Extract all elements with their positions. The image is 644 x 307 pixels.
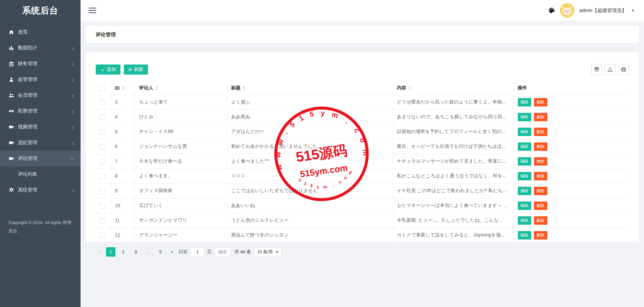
columns-icon [594, 67, 600, 73]
export-button[interactable] [605, 64, 615, 75]
print-button[interactable] [618, 64, 629, 75]
delete-button[interactable]: 删除 [534, 113, 547, 121]
table-row: 6ジョンナハンサムな男初めてお金がかかると思いませんでした。最近、オッピーでも出… [96, 139, 629, 154]
add-button[interactable]: ＋ 添加 [96, 64, 120, 75]
row-checkbox[interactable] [100, 188, 105, 194]
delete-button[interactable]: 删除 [534, 216, 547, 225]
delete-button[interactable]: 删除 [534, 142, 547, 151]
prev-page-icon[interactable]: ‹ [96, 249, 103, 255]
row-checkbox[interactable] [100, 144, 105, 149]
delete-button[interactable]: 删除 [534, 98, 547, 106]
sort-icon[interactable] [155, 86, 158, 90]
column-header[interactable]: ID [111, 82, 135, 95]
cell-content: 私がこんなところはよく通うほうではなく、何を... [393, 169, 513, 183]
cell-title: よく食べました^^ [227, 154, 393, 169]
row-checkbox[interactable] [100, 218, 105, 223]
cell-id: 10 [111, 198, 135, 213]
delete-button[interactable]: 删除 [534, 157, 547, 166]
sidebar-item-label: 视频管理 [18, 124, 72, 130]
page-input[interactable] [191, 247, 204, 257]
cell-id: 7 [111, 154, 135, 169]
sidebar-item[interactable]: 评论管理› [0, 150, 81, 166]
sidebar-item[interactable]: 超管管理› [0, 72, 81, 87]
chevron-down-icon: › [69, 158, 77, 159]
sort-icon[interactable] [243, 86, 246, 90]
print-icon [621, 67, 627, 73]
edit-button[interactable]: 编辑 [518, 216, 531, 225]
sidebar-item[interactable]: 选妃管理› [0, 135, 81, 150]
chevron-right-icon: › [72, 123, 74, 130]
column-header[interactable]: 标题 [227, 82, 393, 95]
column-header[interactable]: 内容 [393, 82, 513, 95]
page-number[interactable]: 3 [131, 247, 140, 257]
sidebar-item[interactable]: 财务管理› [0, 56, 81, 72]
next-page-icon[interactable]: › [168, 249, 176, 255]
columns-button[interactable] [591, 64, 602, 75]
sidebar-item-label: 财务管理 [18, 60, 72, 67]
delete-button[interactable]: 删除 [534, 231, 547, 239]
table-row: 8よく食べます。ㅇㅇㅇ私がこんなところはよく通うほうではなく、何を...编辑删除 [96, 169, 629, 183]
edit-button[interactable]: 编辑 [518, 142, 531, 151]
bank-icon [8, 61, 14, 67]
sidebar-item[interactable]: 系统管理› [0, 182, 81, 198]
sidebar-item[interactable]: 彩票管理› [0, 103, 81, 119]
sidebar-item[interactable]: 评论列表 [0, 166, 81, 182]
page-number[interactable]: 5 [156, 247, 165, 257]
row-checkbox[interactable] [100, 174, 105, 179]
row-checkbox[interactable] [100, 159, 105, 164]
delete-button[interactable]: 删除 [534, 202, 547, 210]
sidebar-item[interactable]: 首页 [0, 24, 81, 40]
cell-commenter: アランジャージー [135, 228, 227, 243]
delete-button[interactable]: 删除 [534, 172, 547, 180]
row-checkbox[interactable] [100, 100, 105, 105]
cell-title: アダはんだのㄷ [227, 124, 393, 139]
sort-icon[interactable] [122, 86, 125, 90]
edit-button[interactable]: 编辑 [518, 231, 531, 239]
theme-palette-icon[interactable] [548, 7, 555, 14]
sidebar-item[interactable]: 视频管理› [0, 119, 81, 135]
chevron-down-icon[interactable]: ▼ [631, 9, 635, 12]
edit-button[interactable]: 编辑 [518, 157, 531, 166]
edit-button[interactable]: 编辑 [518, 172, 531, 180]
row-checkbox[interactable] [100, 203, 105, 209]
cell-content: イヤ社長 この年はどこで救われましたか? 私たち... [393, 183, 513, 198]
cell-commenter: 広げていく [135, 198, 227, 213]
sidebar-item-label: 首页 [18, 29, 74, 35]
row-checkbox[interactable] [100, 233, 105, 238]
table-row: 4ひとみああ死ぬあまりないので、あちこち探してみながら回り回...编辑删除 [96, 109, 629, 124]
confirm-button[interactable]: 确定 [215, 247, 231, 257]
page-size-select[interactable]: 10 条/页 ▼ [254, 247, 282, 257]
page-number[interactable]: 2 [118, 247, 128, 257]
sidebar-item[interactable]: 数据统计› [0, 40, 81, 56]
main-area: admin【超级管理员】 ▼ 评论管理 ＋ 添加 ⟳ 刷新 [81, 0, 644, 307]
sidebar: 系统后台 首页数据统计›财务管理›超管管理›会员管理›彩票管理›视频管理›选妃管… [0, 0, 81, 307]
cell-commenter: ジョンナハンサムな男 [135, 139, 227, 154]
delete-button[interactable]: 删除 [534, 187, 547, 195]
page-number[interactable]: 1 [106, 247, 115, 257]
cell-id: 5 [111, 124, 135, 139]
content-card: ＋ 添加 ⟳ 刷新 ID评论人标题内容操作 3ちょっと来てよく遊ぶどうせ匿名だか… [86, 52, 639, 242]
row-checkbox[interactable] [100, 129, 105, 135]
column-header[interactable]: 评论人 [135, 82, 227, 95]
edit-button[interactable]: 编辑 [518, 202, 531, 210]
edit-button[interactable]: 编辑 [518, 187, 531, 195]
home-icon [8, 29, 14, 35]
cell-title: よく遊ぶ [227, 95, 393, 109]
chevron-right-icon: › [72, 139, 74, 146]
copyright-text: Copyright © 2024. All rights 管理后台. [0, 219, 81, 235]
sidebar-item-label: 系统管理 [18, 187, 72, 193]
menu-toggle-icon[interactable] [89, 8, 96, 13]
delete-button[interactable]: 删除 [534, 128, 547, 136]
cell-id: 12 [111, 228, 135, 243]
select-all-checkbox[interactable] [100, 86, 105, 91]
edit-button[interactable]: 编辑 [518, 98, 531, 106]
user-avatar[interactable] [560, 3, 575, 18]
cell-content: どうせ匿名だから狂った奴のように書くよ。本物... [393, 95, 513, 109]
refresh-button[interactable]: ⟳ 刷新 [124, 64, 148, 75]
sort-icon[interactable] [408, 86, 411, 90]
row-checkbox[interactable] [100, 115, 105, 120]
user-menu-label[interactable]: admin【超级管理员】 [579, 7, 627, 14]
edit-button[interactable]: 编辑 [518, 128, 531, 136]
sidebar-item[interactable]: 会员管理› [0, 87, 81, 103]
edit-button[interactable]: 编辑 [518, 113, 531, 121]
